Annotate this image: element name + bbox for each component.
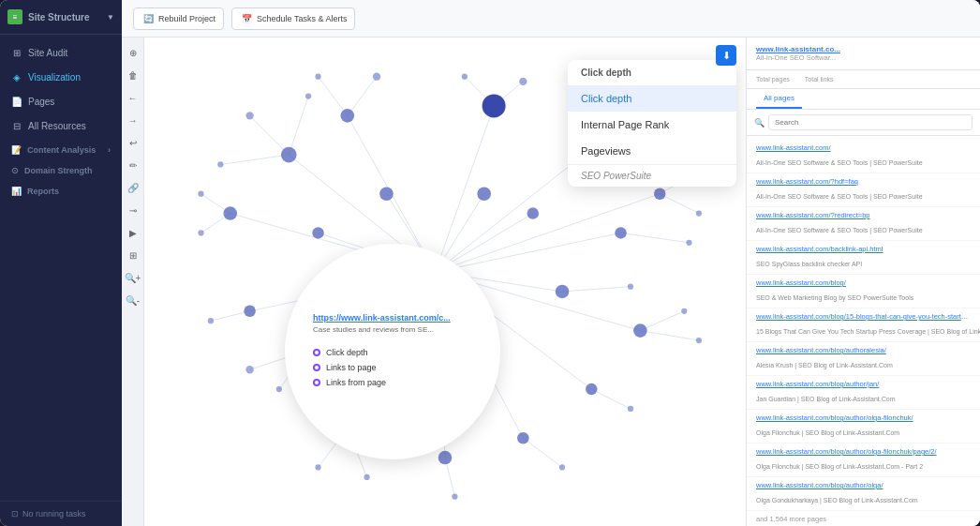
tooltip-desc: Case studies and reviews from SE...	[313, 325, 472, 334]
svg-point-85	[379, 187, 393, 201]
svg-point-86	[477, 187, 491, 201]
dot-icon	[313, 379, 320, 386]
svg-point-62	[452, 494, 457, 500]
list-item[interactable]: www.link-assistant.com/blog/author/jan/ …	[747, 376, 980, 410]
list-item[interactable]: www.link-assistant.com/blog/15-blogs-tha…	[747, 308, 980, 342]
list-item[interactable]: www.link-assistant.com/blog/author/olga/…	[747, 477, 980, 511]
tooltip-item-links-from[interactable]: Links from page	[313, 375, 472, 390]
svg-point-75	[556, 285, 570, 299]
page-link: www.link-assistant.com/?hdf=faq	[756, 177, 971, 186]
page-link: www.link-assistant.com/?redirect=bp	[756, 211, 971, 219]
stats-row: Total pages Total links	[747, 70, 980, 89]
zoom-in-btn[interactable]: 🔍+	[124, 268, 142, 287]
tooltip-url: https://www.link-assistant.com/c...	[313, 313, 472, 323]
tooltip-items: Click depth Links to page Links from pag…	[313, 345, 472, 390]
arrow-left-btn[interactable]: ←	[124, 88, 142, 107]
list-item[interactable]: www.link-assistant.com/backlink-api.html…	[747, 241, 980, 275]
list-item[interactable]: www.link-assistant.com/blog/ SEO & Web M…	[747, 275, 980, 308]
sidebar-item-all-resources[interactable]: ⊟ All Resources	[0, 113, 122, 138]
list-item[interactable]: www.link-assistant.com/blog/authoralesia…	[747, 342, 980, 376]
app-logo: ≡	[7, 9, 22, 24]
undo-btn[interactable]: ↩	[124, 133, 142, 152]
page-link: www.link-assistant.com/blog/author/jan/	[756, 380, 971, 388]
download-icon: ⬇	[722, 50, 731, 62]
search-input[interactable]	[768, 114, 973, 130]
edit-btn[interactable]: ✏	[124, 156, 142, 174]
svg-point-63	[315, 464, 320, 470]
dropdown-title: Click depth	[568, 60, 736, 85]
section-content-analysis[interactable]: 📝 Content Analysis ›	[0, 138, 122, 158]
svg-point-74	[615, 227, 627, 239]
download-button[interactable]: ⬇	[716, 45, 736, 66]
list-item[interactable]: www.link-assistant.com/blog/author/olga-…	[747, 410, 980, 443]
rebuild-button[interactable]: 🔄 Rebuild Project	[133, 8, 224, 30]
zoom-out-btn[interactable]: 🔍-	[124, 291, 142, 309]
add-tool-btn[interactable]: ⊕	[124, 43, 142, 62]
section-reports[interactable]: 📊 Reports	[0, 179, 122, 200]
page-title-text: Olga Filonchuk | SEO Blog of Link-Assist…	[756, 463, 923, 470]
tabs-row: All pages	[747, 89, 980, 110]
svg-point-56	[686, 240, 691, 246]
sidebar-item-site-audit[interactable]: ⊞ Site Audit	[0, 40, 122, 65]
dropdown-item-internal-page-rank[interactable]: Internal Page Rank	[568, 112, 736, 138]
sidebar-item-pages[interactable]: 📄 Pages	[0, 89, 122, 113]
arrow-right-btn[interactable]: →	[124, 111, 142, 129]
page-link: www.link-assistant.com/backlink-api.html	[756, 245, 971, 253]
grid-btn[interactable]: ⊞	[124, 246, 142, 264]
visualization-canvas: https://www.link-assistant.com/c... Case…	[144, 38, 746, 526]
pages-icon: 📄	[11, 96, 22, 107]
tooltip-item-links-to[interactable]: Links to page	[313, 360, 472, 375]
more-pages-label: and 1,564 more pages	[747, 511, 980, 526]
page-link: www.link-assistant.com/blog/authoralesia…	[756, 346, 971, 354]
svg-point-57	[628, 284, 633, 290]
content-icon: 📝	[11, 145, 22, 155]
site-url[interactable]: www.link-assistant.co...	[756, 45, 971, 53]
page-link: www.link-assistant.com/	[756, 143, 971, 152]
play-btn[interactable]: ▶	[124, 223, 142, 242]
viz-icon: ◈	[11, 71, 22, 83]
main-content: 🔄 Rebuild Project 📅 Schedule Tasks & Ale…	[122, 0, 980, 526]
list-item[interactable]: www.link-assistant.com/ All-In-One SEO S…	[747, 140, 980, 173]
svg-point-55	[696, 210, 702, 216]
svg-point-61	[559, 464, 565, 470]
schedule-button[interactable]: 📅 Schedule Tasks & Alerts	[231, 8, 355, 30]
dropdown-item-pageviews[interactable]: Pageviews	[568, 138, 736, 164]
cursor-btn[interactable]: ⊸	[124, 201, 142, 219]
list-item[interactable]: www.link-assistant.com/?redirect=bp All-…	[747, 207, 980, 241]
tasks-icon: ⊡	[11, 509, 19, 518]
svg-point-66	[245, 366, 253, 373]
svg-point-64	[364, 474, 370, 480]
link-btn[interactable]: 🔗	[124, 178, 142, 197]
tab-all-pages[interactable]: All pages	[756, 89, 802, 109]
page-link: www.link-assistant.com/blog/author/olga/	[756, 481, 971, 489]
delete-tool-btn[interactable]: 🗑	[124, 66, 142, 84]
dropdown-item-click-depth[interactable]: Click depth	[568, 85, 736, 112]
domain-icon: ⊙	[11, 166, 19, 175]
resources-icon: ⊟	[11, 120, 22, 131]
sidebar: ≡ Site Structure ▼ ⊞ Site Audit ◈ Visual…	[0, 0, 122, 526]
page-title-text: Olga Filonchuk | SEO Blog of Link-Assist…	[756, 429, 899, 436]
sidebar-chevron-icon: ▼	[107, 13, 114, 22]
right-panel: www.link-assistant.co... All-In-One SEO …	[746, 38, 980, 526]
sidebar-title: Site Structure	[28, 12, 107, 23]
page-link: www.link-assistant.com/blog/author/olga-…	[756, 413, 971, 422]
svg-point-78	[517, 432, 529, 444]
tooltip-item-click-depth[interactable]: Click depth	[313, 345, 472, 360]
right-panel-header: www.link-assistant.co... All-In-One SEO …	[747, 38, 980, 70]
svg-point-47	[217, 161, 223, 167]
section-domain-strength[interactable]: ⊙ Domain Strength	[0, 158, 122, 179]
list-item[interactable]: www.link-assistant.com/?hdf=faq All-In-O…	[747, 173, 980, 207]
svg-point-88	[483, 94, 506, 117]
svg-point-79	[438, 451, 453, 465]
svg-point-45	[245, 112, 253, 119]
list-item[interactable]: www.link-assistant.com/blog/author/olga-…	[747, 443, 980, 477]
page-link: www.link-assistant.com/blog/15-blogs-tha…	[756, 312, 971, 321]
svg-point-49	[315, 74, 320, 80]
svg-point-48	[373, 73, 380, 81]
node-tooltip: https://www.link-assistant.com/c... Case…	[285, 244, 500, 459]
sidebar-item-visualization[interactable]: ◈ Visualization	[0, 65, 122, 89]
search-icon: 🔍	[754, 118, 765, 128]
sidebar-header: ≡ Site Structure ▼	[0, 0, 122, 35]
reports-icon: 📊	[11, 187, 22, 196]
svg-point-58	[696, 338, 702, 343]
